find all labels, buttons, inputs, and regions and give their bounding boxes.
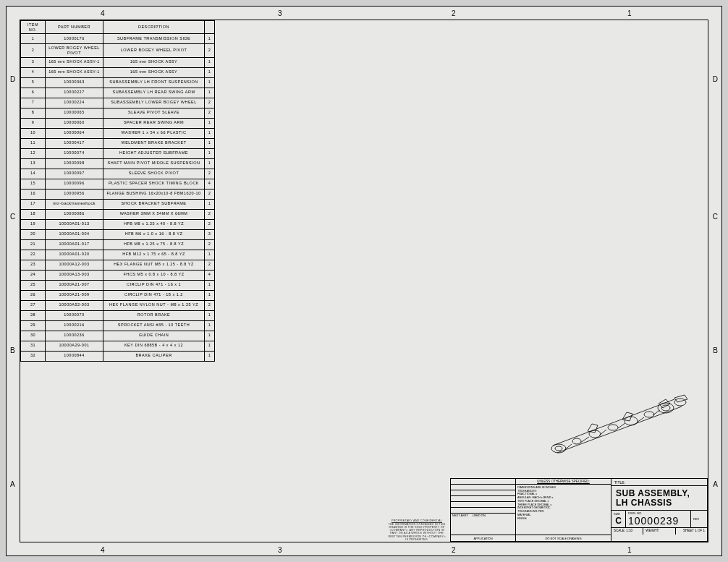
bom-cell-desc: HEIGHT ADJUSTER SUBFRAME <box>103 148 205 158</box>
bom-cell-item: 24 <box>21 270 46 280</box>
bom-row: 3010000236GUIDE CHAIN1 <box>21 331 215 341</box>
bom-cell-pn: 10000A12-003 <box>46 260 103 270</box>
zone-top-4: 4 <box>101 9 105 17</box>
zone-top-1: 1 <box>627 9 632 17</box>
bom-cell-desc: HEX FLANGE NYLON NUT - M8 x 1.25 YZ <box>103 300 205 310</box>
bom-table: ITEM NO. PART NUMBER DESCRIPTION 1100001… <box>20 20 215 362</box>
tolerance-line: FINISH <box>517 517 609 521</box>
bom-row: 1610000956FLANGE BUSHING 16x20x10-8 FBM1… <box>21 189 215 199</box>
bom-cell-item: 16 <box>21 189 46 199</box>
bom-cell-pn: 10000096 <box>46 179 103 189</box>
bom-cell-pn: 10000A21-007 <box>46 280 103 290</box>
bom-cell-item: 30 <box>21 331 46 341</box>
bom-cell-item: 19 <box>21 219 46 229</box>
bom-cell-desc: SUBASSEMBLY LH REAR SWING ARM <box>103 88 205 98</box>
bom-cell-item: 7 <box>21 98 46 108</box>
bom-cell-qty: 1 <box>205 351 215 361</box>
bom-cell-pn: 10000065 <box>46 108 103 118</box>
drawing-title-line1: SUB ASSEMBLY, <box>616 489 703 498</box>
bom-cell-desc: SUBASSEMBLY LH FRONT SUSPENSION <box>103 77 205 88</box>
bom-cell-item: 25 <box>21 280 46 290</box>
bom-cell-pn: 10000227 <box>46 88 103 98</box>
bom-cell-qty: 1 <box>205 199 215 209</box>
bom-cell-desc: GUIDE CHAIN <box>103 331 205 341</box>
bom-cell-pn: 10000097 <box>46 169 103 179</box>
bom-cell-pn: 10000070 <box>46 310 103 320</box>
scale-value: SCALE: 1:10 <box>611 528 643 535</box>
bom-row: 2910000216SPROCKET ANSI #35 - 10 TEETH1 <box>21 320 215 331</box>
bom-cell-pn: 10000236 <box>46 331 103 341</box>
bom-cell-item: 11 <box>21 138 46 148</box>
bom-cell-pn: 10000A01-013 <box>46 219 103 229</box>
bom-cell-desc: HEX FLANGE NUT M8 x 1.25 - 8.8 YZ <box>103 260 205 270</box>
bom-row: 2710000A52-003HEX FLANGE NYLON NUT - M8 … <box>21 300 215 310</box>
next-assy-used-on: NEXT ASSY USED ON <box>451 514 515 535</box>
bom-row: 910000060SPACER REAR SWING ARM1 <box>21 118 215 128</box>
application-label: APPLICATION <box>451 535 515 541</box>
bom-cell-pn: 10000A29-001 <box>46 341 103 351</box>
bom-row: 2510000A21-007CIRCLIP DIN 471 - 16 x 11 <box>21 280 215 290</box>
bom-cell-desc: SHAFT MAIN PIVOT MIDDLE SUSPENSION <box>103 158 205 169</box>
zone-top-2: 2 <box>452 9 456 17</box>
bom-cell-item: 28 <box>21 310 46 320</box>
bom-row: 2610000A21-009CIRCLIP DIN 471 - 18 x 1.2… <box>21 290 215 300</box>
bom-cell-pn: LOWER BOGEY WHEEL PIVOT <box>46 44 103 57</box>
bom-cell-qty: 1 <box>205 118 215 128</box>
bom-row: 110000176SUBFRAME TRANSMISSION SIDE1 <box>21 34 215 44</box>
bom-cell-item: 29 <box>21 320 46 331</box>
bom-row: 1510000096PLASTIC SPACER SHOCK TIMING BL… <box>21 179 215 189</box>
bom-cell-desc: WASHER 1 x 54 x 66 PLASTIC <box>103 128 205 138</box>
bom-cell-desc: ROTOR BRAKE <box>103 310 205 320</box>
bom-cell-pn: 10000224 <box>46 98 103 108</box>
bom-row: 3210000844BRAKE CALIPER1 <box>21 351 215 361</box>
bom-cell-pn: 10000A01-020 <box>46 250 103 260</box>
bom-cell-qty: 2 <box>205 209 215 219</box>
bom-cell-qty: 1 <box>205 341 215 351</box>
bom-cell-qty: 1 <box>205 250 215 260</box>
bom-row: 17mtr-backframeshockSHOCK BRACKET SUBFRA… <box>21 199 215 209</box>
bom-cell-desc: FLANGE BUSHING 16x20x10-8 FBM1620-10 <box>103 189 205 199</box>
zone-top-3: 3 <box>278 9 282 17</box>
bom-cell-pn: 10000417 <box>46 138 103 148</box>
bom-cell-desc: SUBFRAME TRANSMISSION SIDE <box>103 34 205 44</box>
unless-otherwise: UNLESS OTHERWISE SPECIFIED: <box>516 479 611 485</box>
bom-cell-qty: 1 <box>205 331 215 341</box>
bom-cell-desc: HFB M8 x 1.25 x 40 - 8.8 YZ <box>103 219 205 229</box>
bom-row: 2310000A12-003HEX FLANGE NUT M8 x 1.25 -… <box>21 260 215 270</box>
bom-cell-item: 20 <box>21 229 46 239</box>
bom-cell-desc: WELDMENT BRAKE BRACKET <box>103 138 205 148</box>
bom-cell-pn: 10000956 <box>46 189 103 199</box>
bom-cell-item: 27 <box>21 300 46 310</box>
bom-cell-item: 12 <box>21 148 46 158</box>
size-value: C <box>614 516 623 526</box>
bom-cell-item: 26 <box>21 290 46 300</box>
bom-cell-item: 6 <box>21 88 46 98</box>
zone-left-B: B <box>10 346 15 354</box>
bom-cell-qty: 1 <box>205 88 215 98</box>
bom-header-item: ITEM NO. <box>21 21 46 34</box>
bom-cell-item: 17 <box>21 199 46 209</box>
zone-left-C: C <box>10 213 15 221</box>
bom-header-pn: PART NUMBER <box>46 21 103 34</box>
drawing-sheet: 4 3 2 1 4 3 2 1 D C B A D C B A ITEM NO.… <box>6 6 722 556</box>
bom-cell-pn: 10000363 <box>46 77 103 88</box>
bom-cell-qty: 1 <box>205 34 215 44</box>
bom-row: 2LOWER BOGEY WHEEL PIVOTLOWER BOGEY WHEE… <box>21 44 215 57</box>
zone-left-A: A <box>10 480 15 488</box>
bom-row: 1010000064WASHER 1 x 54 x 66 PLASTIC1 <box>21 128 215 138</box>
bom-cell-qty: 2 <box>205 44 215 57</box>
bom-cell-item: 14 <box>21 169 46 179</box>
bom-row: 3110000A29-001KEY DIN 6885B - 4 x 4 x 12… <box>21 341 215 351</box>
zone-left-D: D <box>10 75 15 83</box>
title-block: NEXT ASSY USED ON APPLICATION UNLESS OTH… <box>450 478 708 542</box>
bom-cell-pn: 10000086 <box>46 209 103 219</box>
bom-cell-qty: 1 <box>205 290 215 300</box>
bom-cell-pn: 10000A01-004 <box>46 229 103 239</box>
bom-cell-item: 23 <box>21 260 46 270</box>
bom-cell-desc: PLASTIC SPACER SHOCK TIMING BLOCK <box>103 179 205 189</box>
bom-cell-desc: SHOCK BRACKET SUBFRAME <box>103 199 205 209</box>
bom-cell-item: 1 <box>21 34 46 44</box>
bom-cell-qty: 2 <box>205 98 215 108</box>
bom-cell-item: 9 <box>21 118 46 128</box>
sheet-value: SHEET 1 OF 1 <box>676 528 707 535</box>
